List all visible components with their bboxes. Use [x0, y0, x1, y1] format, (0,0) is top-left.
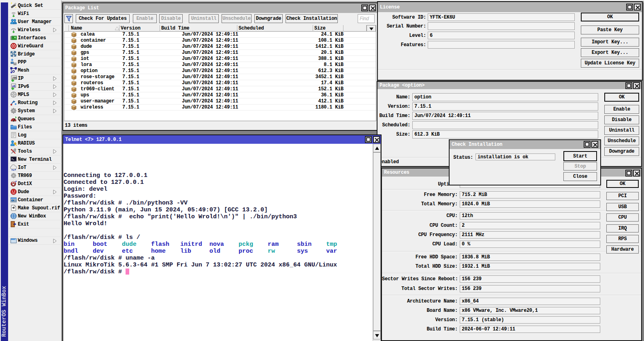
svg-text:v6: v6: [12, 84, 15, 88]
svg-text:255: 255: [12, 77, 17, 79]
